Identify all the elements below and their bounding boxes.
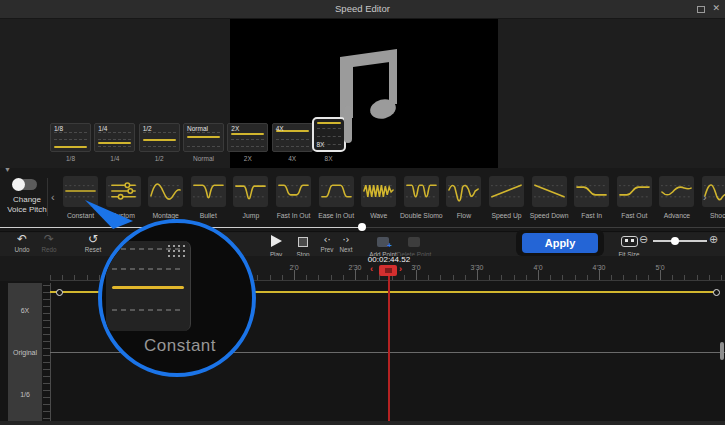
curve-thumbnail — [574, 176, 609, 206]
fit-size-dot — [631, 239, 634, 242]
curve-thumbnail — [148, 176, 183, 206]
grid-line — [276, 139, 309, 140]
voice-pitch-toggle[interactable] — [13, 179, 37, 190]
ruler-tick-label: 4'0 — [518, 264, 558, 271]
grid-line — [112, 268, 184, 270]
speed-preset-1-8[interactable]: 1/8 — [50, 123, 91, 152]
titlebar: Speed Editor ✕ — [0, 0, 725, 19]
next-button[interactable]: ·› Next — [333, 233, 359, 253]
magnifier-callout: Constant — [98, 219, 256, 377]
speed-preset-inner-label: 2X — [231, 125, 239, 132]
presets-prev-icon[interactable]: ‹ — [51, 191, 55, 203]
voice-pitch-line1: Change — [13, 195, 41, 204]
redo-icon: ↷ — [34, 233, 64, 246]
speed-line — [231, 133, 264, 135]
zoom-out-icon[interactable]: ⊖ — [639, 233, 648, 246]
curve-thumbnail — [659, 176, 694, 206]
apply-button[interactable]: Apply — [522, 233, 598, 253]
ruler-tick — [599, 270, 600, 280]
redo-button[interactable]: ↷ Redo — [34, 233, 64, 253]
play-icon — [271, 235, 282, 247]
ruler-tick-label: 3'30 — [457, 264, 497, 271]
grid-line — [317, 136, 341, 137]
speed-line — [317, 122, 341, 124]
speed-preset-2x[interactable]: 2X — [227, 123, 268, 152]
stop-icon — [298, 237, 308, 247]
presets-scrollbar-track[interactable] — [362, 227, 725, 229]
music-note-icon — [333, 48, 399, 126]
speed-line — [98, 142, 131, 144]
scrub-left-icon[interactable]: ‹ — [370, 264, 373, 274]
curve-preset-fast-in-out[interactable] — [276, 176, 311, 207]
curve-thumbnail — [233, 176, 268, 206]
speed-line — [187, 136, 220, 138]
speed-preset-4x[interactable]: 4X — [272, 123, 313, 152]
curve-thumbnail — [276, 176, 311, 206]
grid-line — [98, 146, 131, 147]
grid-line — [143, 146, 176, 147]
zoom-in-icon[interactable]: ⊕ — [709, 233, 718, 246]
drag-handle-dots-icon — [168, 245, 185, 257]
zoom-slider-track[interactable] — [653, 240, 707, 242]
speed-preset-inner-label: Normal — [187, 125, 208, 132]
ruler-tick-label: 5'0 — [640, 264, 680, 271]
speed-preset-inner-label: 8X — [317, 141, 325, 148]
undo-button[interactable]: ↶ Undo — [7, 233, 37, 253]
curve-point-end[interactable] — [713, 289, 720, 296]
speed-preset-inner-label: 1/8 — [54, 125, 63, 132]
scrub-right-icon[interactable]: › — [399, 264, 402, 274]
curve-preset-flow[interactable] — [446, 176, 481, 207]
speed-preset-normal[interactable]: Normal — [183, 123, 224, 152]
curve-thumbnail — [532, 176, 567, 206]
grid-line — [276, 146, 309, 147]
speed-preset-caption: 8X — [306, 155, 352, 162]
ruler-tick — [294, 270, 295, 280]
speed-preset-1-4[interactable]: 1/4 — [94, 123, 135, 152]
constant-speed-line — [112, 286, 184, 289]
speed-scale-ticks — [43, 285, 50, 421]
curve-point-start[interactable] — [56, 289, 63, 296]
vertical-scrollbar-thumb[interactable] — [720, 342, 724, 360]
speed-preset-8x[interactable]: 8X — [312, 117, 346, 152]
undo-icon: ↶ — [7, 233, 37, 246]
scale-label-bottom: 1/6 — [8, 391, 42, 398]
voice-pitch-line2: Voice Pitch — [7, 205, 47, 214]
curve-preset-ease-in-out[interactable] — [319, 176, 354, 207]
bottom-edge — [0, 421, 725, 425]
grid-line — [98, 139, 131, 140]
fit-size-icon — [621, 236, 638, 247]
curve-preset-advance[interactable] — [659, 176, 694, 207]
curve-preset-montage[interactable] — [148, 176, 183, 207]
maximize-icon[interactable] — [697, 6, 705, 13]
playhead-scrubber[interactable] — [379, 265, 397, 276]
curve-preset-speed-down[interactable] — [532, 176, 567, 207]
curve-preset-fast-out[interactable] — [617, 176, 652, 207]
grid-line — [317, 128, 341, 129]
zoom-slider-handle[interactable] — [671, 237, 679, 245]
redo-label: Redo — [34, 246, 64, 253]
curve-thumbnail — [319, 176, 354, 206]
presets-scrollbar-handle[interactable] — [358, 223, 366, 231]
collapse-arrow-icon[interactable]: ▼ — [4, 166, 11, 173]
curve-preset-double-slomo[interactable] — [404, 176, 439, 207]
playhead-line[interactable] — [388, 276, 390, 421]
speed-preset-1-2[interactable]: 1/2 — [139, 123, 180, 152]
curve-preset-speed-up[interactable] — [489, 176, 524, 207]
grid-line — [54, 139, 87, 140]
presets-next-icon[interactable]: › — [703, 191, 707, 203]
play-button[interactable]: Play — [262, 233, 290, 258]
ruler-tick — [660, 270, 661, 280]
curve-preset-wave[interactable] — [361, 176, 396, 207]
ruler-tick-label: 2'0 — [274, 264, 314, 271]
curve-preset-label: Shock — [690, 212, 725, 219]
curve-preset-bullet[interactable] — [191, 176, 226, 207]
stop-button[interactable]: Stop — [289, 233, 317, 258]
scrollbar-thumb[interactable] — [344, 106, 352, 143]
delete-point-icon — [408, 237, 420, 247]
curve-preset-fast-in[interactable] — [574, 176, 609, 207]
curve-preset-jump[interactable] — [233, 176, 268, 207]
close-icon[interactable]: ✕ — [712, 3, 720, 13]
grid-line — [231, 139, 264, 140]
magnifier-label: Constant — [116, 336, 244, 356]
grid-line — [187, 146, 220, 147]
